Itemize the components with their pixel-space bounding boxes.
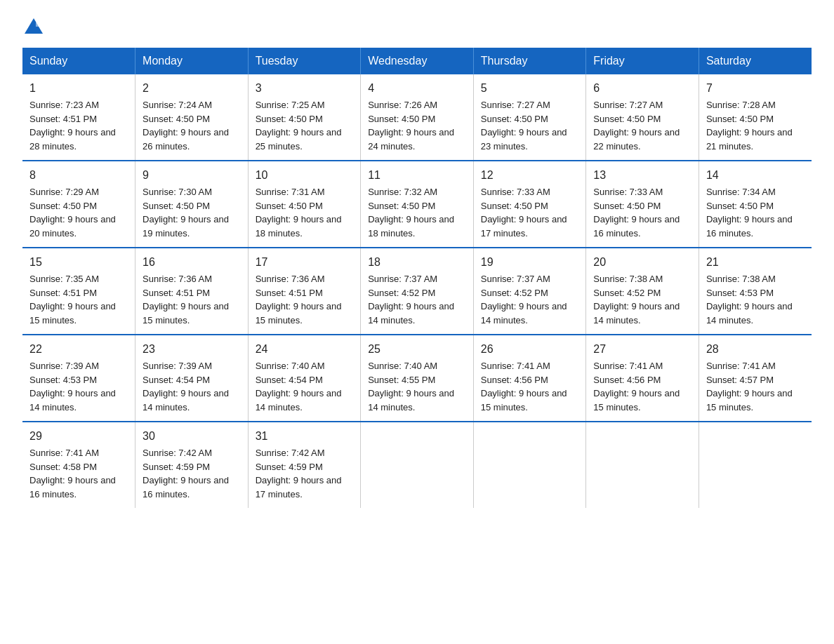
sunset-info: Sunset: 4:50 PM	[593, 201, 661, 211]
daylight-info: Daylight: 9 hours and 16 minutes.	[29, 475, 116, 499]
day-number: 10	[256, 167, 354, 184]
sunrise-info: Sunrise: 7:34 AM	[706, 187, 776, 197]
daylight-info: Daylight: 9 hours and 14 minutes.	[593, 301, 680, 326]
sunrise-info: Sunrise: 7:40 AM	[368, 361, 437, 371]
daylight-info: Daylight: 9 hours and 25 minutes.	[256, 127, 342, 152]
day-number: 29	[29, 428, 128, 445]
sunrise-info: Sunrise: 7:40 AM	[256, 361, 325, 371]
logo-icon	[24, 17, 44, 35]
day-header-thursday: Thursday	[473, 48, 586, 74]
calendar-cell: 21Sunrise: 7:38 AMSunset: 4:53 PMDayligh…	[699, 248, 812, 335]
day-number: 11	[368, 167, 466, 184]
sunrise-info: Sunrise: 7:28 AM	[706, 100, 776, 110]
daylight-info: Daylight: 9 hours and 14 minutes.	[256, 388, 342, 412]
svg-rect-1	[36, 22, 41, 27]
calendar-cell: 22Sunrise: 7:39 AMSunset: 4:53 PMDayligh…	[22, 335, 135, 422]
calendar-cell: 14Sunrise: 7:34 AMSunset: 4:50 PMDayligh…	[699, 161, 812, 248]
sunrise-info: Sunrise: 7:37 AM	[481, 274, 550, 284]
sunset-info: Sunset: 4:50 PM	[481, 114, 548, 124]
calendar-week-row: 22Sunrise: 7:39 AMSunset: 4:53 PMDayligh…	[22, 335, 812, 422]
calendar-cell: 25Sunrise: 7:40 AMSunset: 4:55 PMDayligh…	[361, 335, 474, 422]
sunset-info: Sunset: 4:50 PM	[481, 201, 548, 211]
calendar-cell: 4Sunrise: 7:26 AMSunset: 4:50 PMDaylight…	[361, 74, 474, 161]
day-header-sunday: Sunday	[22, 48, 135, 74]
day-number: 13	[593, 167, 691, 184]
day-number: 25	[368, 341, 466, 358]
sunset-info: Sunset: 4:53 PM	[29, 375, 97, 385]
daylight-info: Daylight: 9 hours and 18 minutes.	[368, 214, 454, 239]
calendar-cell: 29Sunrise: 7:41 AMSunset: 4:58 PMDayligh…	[22, 422, 135, 508]
sunset-info: Sunset: 4:59 PM	[143, 462, 210, 472]
daylight-info: Daylight: 9 hours and 22 minutes.	[593, 127, 680, 152]
day-number: 1	[29, 80, 128, 97]
day-number: 17	[256, 254, 354, 271]
day-number: 26	[481, 341, 579, 358]
sunset-info: Sunset: 4:50 PM	[29, 201, 97, 211]
calendar-cell: 23Sunrise: 7:39 AMSunset: 4:54 PMDayligh…	[135, 335, 249, 422]
calendar-cell: 7Sunrise: 7:28 AMSunset: 4:50 PMDaylight…	[699, 74, 812, 161]
day-number: 27	[593, 341, 691, 358]
sunrise-info: Sunrise: 7:35 AM	[29, 274, 99, 284]
day-header-monday: Monday	[135, 48, 249, 74]
sunrise-info: Sunrise: 7:36 AM	[256, 274, 325, 284]
day-number: 21	[706, 254, 805, 271]
sunrise-info: Sunrise: 7:41 AM	[481, 361, 550, 371]
calendar-cell: 28Sunrise: 7:41 AMSunset: 4:57 PMDayligh…	[699, 335, 812, 422]
sunrise-info: Sunrise: 7:36 AM	[143, 274, 212, 284]
calendar-cell	[586, 422, 699, 508]
daylight-info: Daylight: 9 hours and 20 minutes.	[29, 214, 116, 239]
day-number: 31	[256, 428, 354, 445]
daylight-info: Daylight: 9 hours and 24 minutes.	[368, 127, 454, 152]
day-number: 22	[29, 341, 128, 358]
calendar-header-row: SundayMondayTuesdayWednesdayThursdayFrid…	[22, 48, 812, 74]
daylight-info: Daylight: 9 hours and 14 minutes.	[481, 301, 567, 326]
day-number: 4	[368, 80, 466, 97]
day-number: 7	[706, 80, 805, 97]
sunrise-info: Sunrise: 7:32 AM	[368, 187, 437, 197]
sunset-info: Sunset: 4:50 PM	[143, 201, 210, 211]
day-number: 20	[593, 254, 691, 271]
sunrise-info: Sunrise: 7:25 AM	[256, 100, 325, 110]
calendar-cell: 30Sunrise: 7:42 AMSunset: 4:59 PMDayligh…	[135, 422, 249, 508]
calendar-cell: 24Sunrise: 7:40 AMSunset: 4:54 PMDayligh…	[248, 335, 361, 422]
sunrise-info: Sunrise: 7:42 AM	[143, 448, 212, 458]
sunrise-info: Sunrise: 7:29 AM	[29, 187, 99, 197]
daylight-info: Daylight: 9 hours and 14 minutes.	[143, 388, 229, 412]
day-header-wednesday: Wednesday	[361, 48, 474, 74]
calendar-cell: 18Sunrise: 7:37 AMSunset: 4:52 PMDayligh…	[361, 248, 474, 335]
calendar-cell	[473, 422, 586, 508]
sunset-info: Sunset: 4:50 PM	[368, 114, 435, 124]
day-number: 9	[143, 167, 241, 184]
calendar-cell: 26Sunrise: 7:41 AMSunset: 4:56 PMDayligh…	[473, 335, 586, 422]
day-header-friday: Friday	[586, 48, 699, 74]
calendar-cell: 20Sunrise: 7:38 AMSunset: 4:52 PMDayligh…	[586, 248, 699, 335]
sunset-info: Sunset: 4:52 PM	[593, 288, 661, 298]
calendar-week-row: 29Sunrise: 7:41 AMSunset: 4:58 PMDayligh…	[22, 422, 812, 508]
calendar-cell: 9Sunrise: 7:30 AMSunset: 4:50 PMDaylight…	[135, 161, 249, 248]
calendar-cell: 27Sunrise: 7:41 AMSunset: 4:56 PMDayligh…	[586, 335, 699, 422]
sunset-info: Sunset: 4:51 PM	[29, 288, 97, 298]
day-number: 24	[256, 341, 354, 358]
sunset-info: Sunset: 4:50 PM	[368, 201, 435, 211]
daylight-info: Daylight: 9 hours and 16 minutes.	[593, 214, 680, 239]
day-number: 23	[143, 341, 241, 358]
calendar-week-row: 8Sunrise: 7:29 AMSunset: 4:50 PMDaylight…	[22, 161, 812, 248]
sunrise-info: Sunrise: 7:38 AM	[593, 274, 663, 284]
daylight-info: Daylight: 9 hours and 14 minutes.	[706, 301, 793, 326]
sunrise-info: Sunrise: 7:24 AM	[143, 100, 212, 110]
calendar-cell: 31Sunrise: 7:42 AMSunset: 4:59 PMDayligh…	[248, 422, 361, 508]
daylight-info: Daylight: 9 hours and 23 minutes.	[481, 127, 567, 152]
day-number: 18	[368, 254, 466, 271]
sunrise-info: Sunrise: 7:41 AM	[706, 361, 776, 371]
daylight-info: Daylight: 9 hours and 17 minutes.	[481, 214, 567, 239]
sunrise-info: Sunrise: 7:23 AM	[29, 100, 99, 110]
calendar-cell: 16Sunrise: 7:36 AMSunset: 4:51 PMDayligh…	[135, 248, 249, 335]
sunrise-info: Sunrise: 7:42 AM	[256, 448, 325, 458]
daylight-info: Daylight: 9 hours and 28 minutes.	[29, 127, 116, 152]
day-number: 15	[29, 254, 128, 271]
sunset-info: Sunset: 4:53 PM	[706, 288, 774, 298]
daylight-info: Daylight: 9 hours and 15 minutes.	[706, 388, 793, 412]
day-number: 12	[481, 167, 579, 184]
daylight-info: Daylight: 9 hours and 19 minutes.	[143, 214, 229, 239]
sunrise-info: Sunrise: 7:33 AM	[481, 187, 550, 197]
